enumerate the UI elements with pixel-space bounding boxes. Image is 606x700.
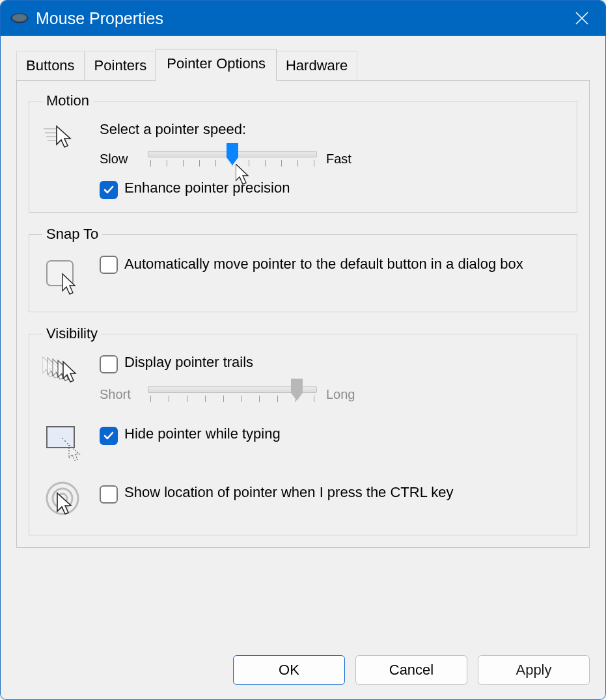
pointer-speed-slider[interactable] — [148, 146, 317, 172]
trails-length-slider — [148, 381, 317, 407]
mouse-properties-dialog: Mouse Properties Buttons Pointers Pointe… — [0, 0, 606, 700]
trails-checkbox[interactable]: Display pointer trails — [100, 354, 564, 373]
tab-pointer-options[interactable]: Pointer Options — [156, 49, 277, 81]
snapto-icon — [42, 257, 88, 299]
group-snapto: Snap To Automatically move pointer to th… — [29, 226, 577, 312]
trails-long-label: Long — [326, 387, 365, 402]
hide-typing-checkbox[interactable]: Hide pointer while typing — [100, 425, 564, 445]
show-ctrl-label: Show location of pointer when I press th… — [124, 484, 453, 501]
tab-hardware[interactable]: Hardware — [276, 51, 357, 81]
apply-button[interactable]: Apply — [478, 655, 590, 685]
hide-typing-icon — [42, 424, 88, 463]
mouse-icon — [10, 9, 29, 28]
pointer-speed-label: Select a pointer speed: — [100, 121, 564, 138]
svg-rect-10 — [47, 427, 74, 448]
titlebar: Mouse Properties — [1, 1, 605, 36]
ok-button[interactable]: OK — [233, 655, 345, 685]
svg-point-1 — [12, 14, 27, 21]
group-visibility: Visibility Dis — [29, 325, 577, 535]
trails-label: Display pointer trails — [124, 354, 253, 371]
show-ctrl-checkbox[interactable]: Show location of pointer when I press th… — [100, 484, 564, 504]
group-visibility-legend: Visibility — [42, 325, 102, 342]
enhance-precision-label: Enhance pointer precision — [124, 180, 290, 196]
group-motion-legend: Motion — [42, 92, 93, 109]
tab-pointers[interactable]: Pointers — [85, 51, 157, 81]
enhance-precision-checkbox[interactable]: Enhance pointer precision — [100, 180, 564, 199]
motion-icon — [42, 124, 88, 154]
svg-point-11 — [62, 438, 63, 439]
close-button[interactable] — [568, 4, 596, 33]
dialog-footer: OK Cancel Apply — [1, 643, 605, 699]
snapto-checkbox[interactable]: Automatically move pointer to the defaul… — [100, 254, 564, 274]
svg-marker-8 — [291, 379, 303, 401]
svg-point-12 — [64, 440, 66, 442]
speed-fast-label: Fast — [326, 152, 365, 167]
svg-point-13 — [67, 443, 68, 444]
window-title: Mouse Properties — [36, 9, 163, 28]
snapto-label: Automatically move pointer to the defaul… — [124, 254, 523, 274]
trails-short-label: Short — [100, 387, 139, 402]
close-icon — [575, 11, 589, 25]
speed-slow-label: Slow — [100, 152, 139, 167]
trails-icon — [42, 357, 88, 389]
tab-buttons[interactable]: Buttons — [16, 51, 85, 81]
show-ctrl-icon — [42, 480, 88, 522]
hide-typing-label: Hide pointer while typing — [124, 425, 281, 442]
cancel-button[interactable]: Cancel — [355, 655, 467, 685]
svg-marker-6 — [227, 143, 238, 165]
group-snapto-legend: Snap To — [42, 226, 102, 243]
group-motion: Motion Select a pointer speed: Slow — [29, 92, 577, 213]
tab-panel-pointer-options: Motion Select a pointer speed: Slow — [16, 80, 590, 548]
tab-strip: Buttons Pointers Pointer Options Hardwar… — [16, 49, 590, 81]
